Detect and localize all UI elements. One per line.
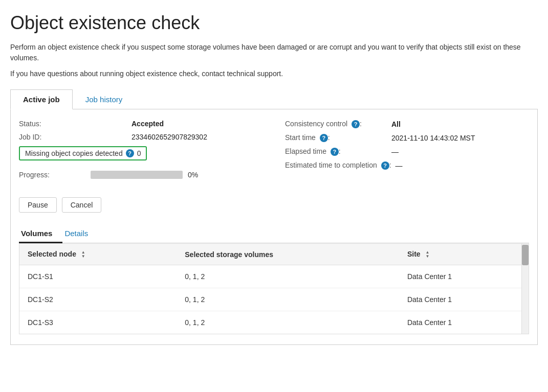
col-site-label: Site	[407, 250, 421, 258]
estimated-label-text: Estimated time to completion	[285, 161, 377, 169]
col-node: Selected node ▲ ▼	[19, 244, 177, 265]
missing-value: 0	[137, 149, 141, 157]
description-1: Perform an object existence check if you…	[10, 42, 538, 63]
col-node-label: Selected node	[28, 250, 76, 258]
elapsed-time-row: Elapsed time ?: —	[285, 147, 529, 156]
missing-label: Missing object copies detected	[25, 149, 123, 157]
progress-bar	[91, 171, 183, 179]
description-2: If you have questions about running obje…	[10, 68, 538, 79]
table-container: Selected node ▲ ▼ Selected storage volum…	[19, 243, 529, 334]
consistency-row: Consistency control ?: All	[285, 120, 529, 128]
consistency-label-text: Consistency control	[285, 120, 347, 128]
estimated-help-icon[interactable]: ?	[381, 162, 389, 170]
page-wrapper: Object existence check Perform an object…	[0, 0, 548, 392]
elapsed-label: Elapsed time ?:	[285, 147, 387, 156]
tab-job-history[interactable]: Job history	[73, 89, 136, 109]
start-time-label: Start time ?:	[285, 133, 387, 142]
cell-volumes: 0, 1, 2	[177, 311, 399, 334]
job-id-value: 2334602652907829302	[131, 133, 207, 141]
status-label: Status:	[19, 120, 131, 128]
progress-pct: 0%	[188, 171, 198, 179]
cell-node: DC1-S2	[19, 288, 177, 311]
cell-node: DC1-S3	[19, 311, 177, 334]
cancel-button[interactable]: Cancel	[62, 197, 102, 213]
cell-volumes: 0, 1, 2	[177, 288, 399, 311]
job-info-left: Status: Accepted Job ID: 233460265290782…	[19, 120, 285, 189]
start-time-help-icon[interactable]: ?	[320, 134, 328, 142]
sub-tab-volumes[interactable]: Volumes	[19, 225, 62, 243]
col-volumes: Selected storage volumes	[177, 244, 399, 265]
scrollbar-track[interactable]	[521, 244, 529, 334]
cell-site: Data Center 1	[399, 311, 529, 334]
table-header-row: Selected node ▲ ▼ Selected storage volum…	[19, 244, 529, 265]
scrollbar-thumb[interactable]	[522, 245, 529, 265]
table-row: DC1-S1 0, 1, 2 Data Center 1	[19, 265, 529, 288]
table-scroll[interactable]: Selected node ▲ ▼ Selected storage volum…	[19, 244, 529, 334]
tab-active-job[interactable]: Active job	[10, 89, 73, 109]
elapsed-value: —	[391, 148, 399, 156]
estimated-label: Estimated time to completion ?:	[285, 161, 391, 170]
job-info-grid: Status: Accepted Job ID: 233460265290782…	[19, 120, 529, 189]
main-tabs: Active job Job history	[10, 89, 538, 109]
progress-label: Progress:	[19, 171, 85, 179]
elapsed-help-icon[interactable]: ?	[331, 148, 339, 156]
cell-volumes: 0, 1, 2	[177, 265, 399, 288]
table-row: DC1-S3 0, 1, 2 Data Center 1	[19, 311, 529, 334]
volumes-table: Selected node ▲ ▼ Selected storage volum…	[19, 244, 529, 334]
status-row: Status: Accepted	[19, 120, 285, 128]
job-id-label: Job ID:	[19, 133, 131, 141]
consistency-help-icon[interactable]: ?	[352, 120, 360, 128]
table-body: DC1-S1 0, 1, 2 Data Center 1 DC1-S2 0, 1…	[19, 265, 529, 334]
consistency-value: All	[391, 120, 401, 128]
job-info-right: Consistency control ?: All Start time ?:…	[285, 120, 529, 189]
missing-help-icon[interactable]: ?	[126, 149, 134, 157]
cell-node: DC1-S1	[19, 265, 177, 288]
pause-button[interactable]: Pause	[19, 197, 57, 213]
progress-row: Progress: 0%	[19, 171, 285, 179]
sub-tab-details[interactable]: Details	[62, 225, 98, 243]
sub-tabs: Volumes Details	[19, 225, 529, 243]
col-site: Site ▲ ▼	[399, 244, 529, 265]
start-time-value: 2021-11-10 14:43:02 MST	[391, 134, 475, 142]
start-time-row: Start time ?: 2021-11-10 14:43:02 MST	[285, 133, 529, 142]
consistency-label: Consistency control ?:	[285, 120, 387, 128]
estimated-value: —	[396, 162, 403, 170]
table-row: DC1-S2 0, 1, 2 Data Center 1	[19, 288, 529, 311]
missing-obj-row: Missing object copies detected ? 0	[19, 146, 285, 160]
job-id-row: Job ID: 2334602652907829302	[19, 133, 285, 141]
missing-obj-box: Missing object copies detected ? 0	[19, 146, 147, 160]
col-site-sort[interactable]: ▲ ▼	[426, 250, 430, 259]
cell-site: Data Center 1	[399, 265, 529, 288]
elapsed-label-text: Elapsed time	[285, 147, 326, 155]
cell-site: Data Center 1	[399, 288, 529, 311]
col-node-sort[interactable]: ▲ ▼	[81, 250, 85, 259]
action-buttons: Pause Cancel	[19, 197, 529, 213]
start-time-label-text: Start time	[285, 133, 316, 142]
status-value: Accepted	[131, 120, 164, 128]
content-area: Status: Accepted Job ID: 233460265290782…	[10, 109, 538, 345]
estimated-time-row: Estimated time to completion ?: —	[285, 161, 529, 170]
page-title: Object existence check	[10, 12, 538, 34]
col-volumes-label: Selected storage volumes	[185, 250, 273, 259]
